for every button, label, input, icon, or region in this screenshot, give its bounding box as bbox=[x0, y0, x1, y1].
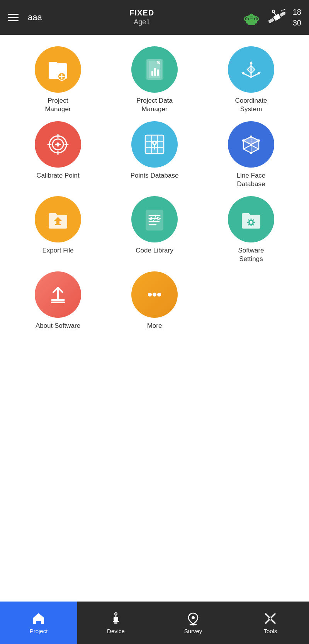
svg-point-47 bbox=[250, 136, 252, 138]
svg-point-5 bbox=[251, 14, 252, 15]
project-manager-label: ProjectManager bbox=[45, 97, 71, 114]
svg-rect-80 bbox=[114, 622, 117, 624]
svg-rect-62 bbox=[251, 219, 252, 220]
export-file-icon bbox=[35, 196, 81, 242]
header-user: aaa bbox=[28, 12, 42, 22]
line-face-database-label: Line FaceDatabase bbox=[237, 171, 266, 188]
project-data-manager-label: Project DataManager bbox=[136, 97, 173, 114]
nav-survey-label: Survey bbox=[184, 628, 202, 634]
points-database-label: Points Database bbox=[131, 171, 179, 180]
nav-project[interactable]: Project bbox=[0, 602, 77, 644]
nav-survey[interactable]: Survey bbox=[154, 602, 232, 644]
svg-rect-65 bbox=[253, 222, 255, 223]
calibrate-point-icon bbox=[35, 121, 81, 168]
project-manager-item[interactable]: ProjectManager bbox=[12, 46, 104, 114]
bottom-nav: Project Device Sur bbox=[0, 602, 309, 644]
svg-line-23 bbox=[243, 73, 251, 77]
svg-rect-63 bbox=[251, 225, 252, 226]
satellite-icon bbox=[267, 8, 287, 27]
svg-rect-3 bbox=[246, 20, 257, 24]
svg-rect-4 bbox=[248, 24, 255, 25]
svg-point-43 bbox=[154, 142, 156, 144]
svg-point-73 bbox=[153, 293, 156, 297]
header-age: Age1 bbox=[134, 18, 150, 26]
coordinate-system-item[interactable]: CoordinateSystem bbox=[205, 46, 297, 114]
code-library-item[interactable]: </> Code Library bbox=[108, 196, 201, 263]
nav-device[interactable]: Device bbox=[77, 602, 154, 644]
code-library-icon: </> bbox=[131, 196, 178, 242]
grid-row-4: About Software More bbox=[4, 268, 305, 334]
svg-rect-6 bbox=[273, 14, 281, 21]
nav-device-label: Device bbox=[107, 628, 125, 634]
device-icon bbox=[109, 612, 123, 625]
nav-project-label: Project bbox=[30, 628, 48, 634]
coordinate-system-icon bbox=[228, 46, 274, 93]
nav-tools[interactable]: Tools bbox=[232, 602, 309, 644]
svg-rect-76 bbox=[113, 621, 119, 622]
svg-point-49 bbox=[250, 152, 252, 154]
svg-point-86 bbox=[269, 617, 272, 620]
main-content: ProjectManager Project DataManager bbox=[0, 35, 309, 602]
svg-point-74 bbox=[157, 293, 161, 297]
software-settings-item[interactable]: SoftwareSettings bbox=[205, 196, 297, 263]
svg-point-72 bbox=[148, 293, 152, 297]
tools-icon bbox=[263, 612, 277, 625]
header-center: FIXED Age1 bbox=[48, 8, 236, 26]
line-face-database-item[interactable]: Line FaceDatabase bbox=[205, 121, 297, 188]
grid-row-1: ProjectManager Project DataManager bbox=[4, 42, 305, 117]
nav-tools-label: Tools bbox=[263, 628, 277, 634]
about-software-label: About Software bbox=[36, 322, 80, 330]
project-manager-icon bbox=[35, 46, 81, 93]
code-library-label: Code Library bbox=[136, 246, 173, 255]
hamburger-menu[interactable] bbox=[8, 14, 19, 21]
svg-rect-7 bbox=[268, 18, 274, 24]
svg-rect-53 bbox=[55, 224, 61, 225]
svg-text:</>: </> bbox=[148, 214, 161, 222]
calibrate-point-label: Calibrate Point bbox=[36, 171, 80, 180]
svg-point-2 bbox=[249, 18, 254, 20]
more-icon bbox=[131, 271, 178, 318]
svg-rect-64 bbox=[247, 222, 249, 223]
export-file-item[interactable]: Export File bbox=[12, 196, 104, 263]
software-settings-icon bbox=[228, 196, 274, 242]
svg-point-81 bbox=[192, 616, 195, 619]
grid-row-3: Export File </> Code Library bbox=[4, 192, 305, 267]
points-database-item[interactable]: Points Database bbox=[108, 121, 201, 188]
line-face-database-icon bbox=[228, 121, 274, 168]
calibrate-point-item[interactable]: Calibrate Point bbox=[12, 121, 104, 188]
svg-point-61 bbox=[250, 221, 253, 224]
header-num1: 18 bbox=[293, 7, 301, 17]
svg-marker-25 bbox=[250, 61, 253, 64]
survey-icon bbox=[186, 612, 200, 625]
header-num2: 30 bbox=[293, 17, 301, 28]
svg-point-48 bbox=[258, 139, 260, 142]
header-numbers: 18 30 bbox=[293, 7, 301, 28]
software-settings-label: SoftwareSettings bbox=[238, 246, 264, 263]
svg-rect-19 bbox=[151, 71, 153, 76]
coordinate-system-label: CoordinateSystem bbox=[235, 97, 267, 114]
svg-rect-21 bbox=[157, 69, 159, 76]
svg-rect-75 bbox=[114, 617, 118, 621]
svg-point-79 bbox=[115, 613, 116, 614]
svg-rect-20 bbox=[154, 68, 156, 76]
svg-line-11 bbox=[281, 9, 285, 11]
svg-point-10 bbox=[272, 10, 275, 13]
svg-line-24 bbox=[251, 73, 259, 77]
header: aaa FIXED Age1 bbox=[0, 0, 309, 35]
about-software-icon bbox=[35, 271, 81, 318]
points-database-icon bbox=[131, 121, 178, 168]
more-item[interactable]: More bbox=[108, 271, 201, 330]
gps-icon bbox=[242, 8, 261, 27]
grid-row-2: Calibrate Point Points Dat bbox=[4, 117, 305, 192]
project-data-manager-icon bbox=[131, 46, 178, 93]
home-icon bbox=[32, 612, 46, 625]
export-file-label: Export File bbox=[42, 246, 73, 255]
project-data-manager-item[interactable]: Project DataManager bbox=[108, 46, 201, 114]
header-status: FIXED bbox=[129, 8, 154, 17]
more-label: More bbox=[147, 322, 162, 330]
about-software-item[interactable]: About Software bbox=[12, 271, 104, 330]
